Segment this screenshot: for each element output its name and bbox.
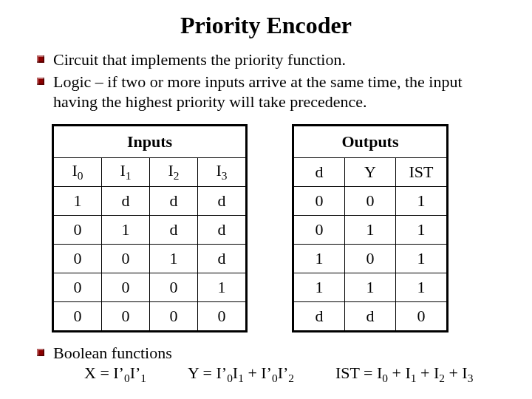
outputs-table: Outputs d Y IST 0 0 1 0 1 1 (292, 124, 449, 332)
cell: 1 (396, 215, 448, 244)
cell: 0 (53, 244, 102, 273)
col-header: IST (396, 157, 448, 186)
bullet-item: Circuit that implements the priority fun… (37, 50, 510, 70)
cell: d (150, 215, 198, 244)
cell: d (345, 301, 396, 331)
cell: 0 (102, 244, 150, 273)
equation-line: X = I’0I’1 Y = I’0I1 + I’0I’2 IST = I0 +… (84, 363, 510, 386)
cell: 0 (53, 273, 102, 301)
col-header: I3 (198, 157, 247, 186)
cell: 0 (150, 273, 198, 301)
equations-block: Boolean functions X = I’0I’1 Y = I’0I1 +… (22, 343, 510, 386)
table-row: 0 1 1 (293, 215, 448, 244)
table-row: 0 0 0 0 (53, 301, 247, 331)
cell: 1 (345, 273, 396, 301)
equation-ist: IST = I0 + I1 + I2 + I3 (335, 363, 473, 386)
col-header: Y (345, 157, 396, 186)
col-header: I1 (102, 157, 150, 186)
page-title: Priority Encoder (22, 12, 510, 39)
cell: 1 (53, 186, 102, 215)
bool-heading: Boolean functions (53, 344, 172, 362)
cell: d (198, 244, 247, 273)
table-row: 0 1 d d (53, 215, 247, 244)
cell: 0 (345, 244, 396, 273)
table-row: 0 0 0 1 (53, 273, 247, 301)
cell: 0 (102, 301, 150, 331)
table-row: 1 d d d (53, 186, 247, 215)
tables-row: Inputs I0 I1 I2 I3 1 d d d 0 1 (52, 124, 510, 332)
slide: Priority Encoder Circuit that implements… (0, 0, 532, 399)
cell: 1 (396, 244, 448, 273)
col-header: I0 (53, 157, 102, 186)
col-header: I2 (150, 157, 198, 186)
table-row: d d 0 (293, 301, 448, 331)
inputs-table: Inputs I0 I1 I2 I3 1 d d d 0 1 (52, 124, 248, 332)
outputs-group-header: Outputs (293, 125, 448, 157)
cell: 1 (396, 186, 448, 215)
cell: d (102, 186, 150, 215)
cell: 1 (150, 244, 198, 273)
equation-y: Y = I’0I1 + I’0I’2 (188, 363, 294, 386)
equation-x: X = I’0I’1 (84, 363, 146, 386)
cell: 1 (345, 215, 396, 244)
table-row: 0 0 1 (293, 186, 448, 215)
cell: 1 (293, 244, 345, 273)
bullet-list: Circuit that implements the priority fun… (22, 50, 510, 112)
cell: 1 (198, 273, 247, 301)
cell: 0 (396, 301, 448, 331)
cell: 0 (345, 186, 396, 215)
boolean-functions: Boolean functions X = I’0I’1 Y = I’0I1 +… (37, 343, 510, 386)
cell: 1 (102, 215, 150, 244)
inputs-group-header: Inputs (53, 125, 247, 157)
table-row: 0 0 1 d (53, 244, 247, 273)
cell: 0 (293, 215, 345, 244)
col-header: d (293, 157, 345, 186)
cell: d (198, 215, 247, 244)
bullet-item: Logic – if two or more inputs arrive at … (37, 72, 510, 112)
cell: 0 (150, 301, 198, 331)
table-row: 1 1 1 (293, 273, 448, 301)
cell: 1 (293, 273, 345, 301)
cell: d (198, 186, 247, 215)
cell: d (150, 186, 198, 215)
cell: 0 (102, 273, 150, 301)
cell: 0 (293, 186, 345, 215)
table-row: 1 0 1 (293, 244, 448, 273)
cell: 0 (53, 301, 102, 331)
cell: 1 (396, 273, 448, 301)
cell: 0 (53, 215, 102, 244)
cell: 0 (198, 301, 247, 331)
cell: d (293, 301, 345, 331)
